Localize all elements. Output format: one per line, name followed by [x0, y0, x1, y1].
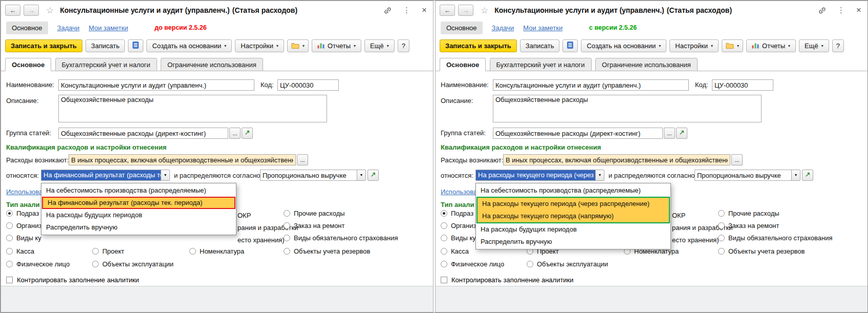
usage-link[interactable]: Использова: [6, 188, 42, 196]
settings-button[interactable]: Настройки▾: [669, 39, 719, 52]
favorite-star-icon[interactable]: ☆: [46, 5, 54, 16]
radio[interactable]: [718, 210, 725, 217]
dropdown-item-highlighted[interactable]: На расходы текущего периода (напрямую): [478, 210, 669, 222]
code-input[interactable]: [277, 79, 339, 91]
settings-button[interactable]: Настройки▾: [235, 39, 284, 52]
save-button[interactable]: Записать: [520, 39, 560, 52]
radio[interactable]: [527, 261, 533, 267]
description-textarea[interactable]: Общехозяйственные расходы: [493, 95, 762, 122]
control-analytics-checkbox-row[interactable]: Контролировать заполнение аналитики: [441, 276, 574, 284]
radio[interactable]: [718, 235, 725, 241]
radio[interactable]: [6, 222, 13, 229]
radio[interactable]: [92, 248, 99, 255]
occur-input[interactable]: [69, 154, 296, 165]
radio[interactable]: [718, 248, 725, 255]
journal-button[interactable]: [128, 39, 143, 52]
dropdown-item-highlighted[interactable]: На финансовый результат (расходы тек. пе…: [42, 197, 235, 209]
save-button[interactable]: Записать: [85, 39, 125, 52]
description-textarea[interactable]: Общехозяйственные расходы: [58, 95, 327, 122]
help-button[interactable]: ?: [398, 39, 409, 52]
dropdown-item-highlighted[interactable]: На расходы текущего периода (через распр…: [478, 198, 669, 210]
save-close-button[interactable]: Записать и закрыть: [5, 39, 82, 52]
checkbox-icon[interactable]: [6, 277, 13, 283]
journal-button[interactable]: [562, 39, 578, 52]
close-icon[interactable]: ×: [856, 5, 861, 15]
occur-input[interactable]: [503, 154, 730, 165]
nav-main[interactable]: Основное: [6, 22, 48, 34]
forward-button[interactable]: →: [24, 5, 39, 16]
forward-button[interactable]: →: [458, 5, 473, 16]
radio[interactable]: [6, 235, 13, 241]
files-button[interactable]: ▾: [722, 39, 743, 52]
group-input[interactable]: [58, 128, 228, 139]
tab-restriction[interactable]: Ограничение использования: [161, 58, 263, 71]
reports-button[interactable]: Отчеты▾: [746, 39, 796, 52]
more-button[interactable]: Ещё▾: [799, 39, 829, 52]
nav-tasks[interactable]: Задачи: [57, 24, 80, 32]
group-open-button[interactable]: [676, 128, 687, 139]
radio[interactable]: [284, 235, 290, 241]
kebab-menu-icon[interactable]: ⋮: [403, 6, 410, 15]
distribute-dropdown-button[interactable]: ▾: [791, 170, 800, 181]
nav-notes[interactable]: Мои заметки: [89, 24, 128, 32]
create-from-button[interactable]: Создать на основании▾: [581, 39, 666, 52]
distribute-combo[interactable]: [695, 170, 792, 181]
distribute-combo[interactable]: [260, 170, 357, 181]
radio[interactable]: [441, 261, 447, 267]
radio[interactable]: [189, 248, 196, 255]
tab-main[interactable]: Основное: [440, 58, 486, 71]
more-button[interactable]: Ещё▾: [364, 39, 395, 52]
relate-combo[interactable]: На финансовый результат (расходы тек. пе: [41, 170, 161, 181]
tab-accounting[interactable]: Бухгалтерский учет и налоги: [490, 58, 592, 71]
radio[interactable]: [6, 248, 13, 255]
favorite-star-icon[interactable]: ☆: [481, 5, 488, 16]
files-button[interactable]: ▾: [287, 39, 309, 52]
code-input[interactable]: [712, 79, 773, 91]
nav-main[interactable]: Основное: [441, 22, 483, 34]
relate-dropdown-button[interactable]: ▾: [161, 170, 170, 181]
group-select-button[interactable]: ...: [229, 128, 241, 139]
nav-notes[interactable]: Мои заметки: [523, 24, 562, 32]
tab-restriction[interactable]: Ограничение использования: [595, 58, 698, 71]
tab-accounting[interactable]: Бухгалтерский учет и налоги: [55, 58, 157, 71]
back-button[interactable]: ←: [440, 5, 455, 16]
radio[interactable]: [6, 261, 13, 267]
usage-link[interactable]: Использова: [441, 188, 477, 196]
control-analytics-checkbox-row[interactable]: Контролировать заполнение аналитики: [6, 276, 139, 284]
radio[interactable]: [441, 248, 447, 255]
back-button[interactable]: ←: [5, 5, 20, 16]
close-icon[interactable]: ×: [422, 5, 427, 15]
distribute-open-button[interactable]: [802, 170, 813, 181]
relate-combo[interactable]: На расходы текущего периода (через расп: [475, 170, 596, 181]
group-open-button[interactable]: [242, 128, 253, 139]
help-button[interactable]: ?: [832, 39, 844, 52]
name-input[interactable]: [493, 79, 689, 91]
radio[interactable]: [718, 222, 725, 229]
radio[interactable]: [441, 222, 447, 229]
dropdown-item[interactable]: Распределить вручную: [41, 221, 236, 234]
checkbox-icon[interactable]: [441, 277, 447, 283]
radio[interactable]: [284, 210, 290, 217]
radio[interactable]: [284, 248, 290, 255]
create-from-button[interactable]: Создать на основании▾: [146, 39, 232, 52]
distribute-dropdown-button[interactable]: ▾: [357, 170, 366, 181]
link-icon[interactable]: [384, 7, 392, 14]
tab-main[interactable]: Основное: [5, 58, 51, 71]
nav-tasks[interactable]: Задачи: [492, 24, 514, 32]
dropdown-item[interactable]: Распределить вручную: [476, 236, 670, 248]
radio[interactable]: [284, 222, 290, 229]
relate-dropdown-button[interactable]: ▾: [595, 170, 604, 181]
dropdown-item[interactable]: На себестоимость производства (распредел…: [41, 184, 236, 197]
dropdown-item[interactable]: На себестоимость производства (распредел…: [476, 184, 670, 197]
link-icon[interactable]: [818, 7, 826, 14]
save-close-button[interactable]: Записать и закрыть: [440, 39, 517, 52]
group-input[interactable]: [493, 128, 663, 139]
reports-button[interactable]: Отчеты▾: [312, 39, 361, 52]
radio[interactable]: [441, 235, 447, 241]
dropdown-item[interactable]: На расходы будущих периодов: [476, 223, 670, 236]
dropdown-item[interactable]: На расходы будущих периодов: [41, 209, 236, 221]
occur-select-button[interactable]: ...: [731, 154, 743, 165]
kebab-menu-icon[interactable]: ⋮: [837, 6, 845, 15]
occur-select-button[interactable]: ...: [297, 154, 308, 165]
group-select-button[interactable]: ...: [664, 128, 675, 139]
